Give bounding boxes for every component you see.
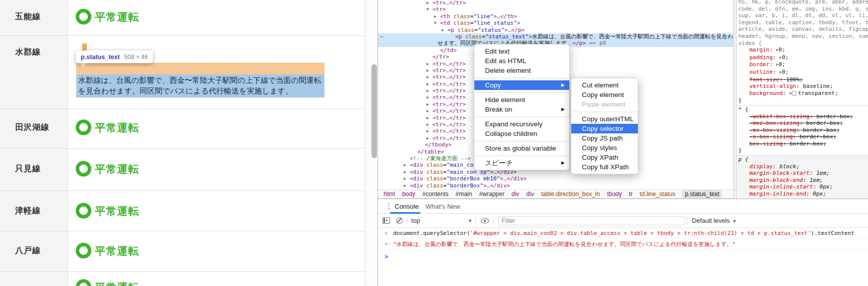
- css-property[interactable]: background: ▶ transparent;: [738, 90, 868, 98]
- css-property[interactable]: margin: ▶ 0;: [738, 46, 868, 54]
- breadcrumb-item[interactable]: html: [384, 190, 395, 198]
- expand-arrow-icon[interactable]: ▶: [426, 61, 429, 67]
- expand-arrow-icon[interactable]: ▶: [404, 169, 406, 175]
- console-filter-input[interactable]: [498, 216, 685, 225]
- expand-value-arrow-icon[interactable]: ▶: [776, 61, 779, 68]
- breadcrumb-item[interactable]: div: [511, 190, 519, 198]
- clear-console-icon[interactable]: [396, 217, 403, 224]
- color-swatch-icon[interactable]: [792, 91, 796, 96]
- expand-arrow-icon[interactable]: ▶: [426, 94, 429, 101]
- submenu-item-copy-xpath[interactable]: Copy XPath: [571, 153, 638, 162]
- expand-value-arrow-icon[interactable]: ▶: [780, 69, 782, 76]
- expand-arrow-icon[interactable]: ▶: [434, 13, 437, 20]
- console-result-entry[interactable]: <· "水郡線は、台風の影響で、西金〜常陸大子駅間の上下線で当面の間運転を見合わ…: [378, 239, 868, 250]
- expand-arrow-icon[interactable]: ▶: [426, 128, 429, 134]
- tree-row[interactable]: ▶<p class="status">…</p>: [378, 27, 733, 33]
- breadcrumb-item[interactable]: #wrapper: [479, 190, 504, 198]
- tree-row[interactable]: ▼<tr>: [378, 6, 733, 13]
- tree-row[interactable]: ▶<div class="borderBox">…</div>: [378, 182, 733, 189]
- console-sidebar-toggle-icon[interactable]: [383, 217, 390, 224]
- menu-item-break-on[interactable]: Break on▶: [474, 105, 569, 114]
- overflow-dots-icon[interactable]: ⋯: [380, 33, 384, 40]
- css-property[interactable]: padding: ▶ 0;: [738, 54, 868, 62]
- css-property[interactable]: display: block;: [738, 163, 868, 170]
- more-options-icon[interactable]: ⋮: [385, 202, 393, 211]
- expand-arrow-icon[interactable]: ▶: [426, 81, 429, 87]
- css-property[interactable]: margin-inline-end: 0px;: [738, 190, 868, 198]
- console-toolbar: top ▼ Default levels▼: [378, 214, 868, 228]
- submenu-item-copy-js-path[interactable]: Copy JS path: [571, 133, 638, 143]
- css-property[interactable]: -o-box-sizing: border-box;: [738, 133, 868, 140]
- submenu-item-copy-selector[interactable]: Copy selector: [571, 124, 638, 133]
- menu-item-delete-element[interactable]: Delete element: [474, 66, 569, 75]
- menu-item-copy[interactable]: Copy▶: [474, 80, 569, 90]
- breadcrumb-item[interactable]: tr: [629, 190, 632, 198]
- execution-context-selector[interactable]: top: [411, 214, 420, 228]
- menu-item-expand-recursively[interactable]: Expand recursively: [474, 119, 569, 129]
- breadcrumb-item[interactable]: p.status_text: [682, 190, 722, 198]
- css-property[interactable]: -moz-box-sizing: border-box;: [738, 120, 868, 127]
- css-property[interactable]: font-size: 100%;: [738, 76, 868, 83]
- menu-item-edit-text[interactable]: Edit text: [474, 46, 569, 56]
- breadcrumb-item[interactable]: tbody: [607, 190, 622, 198]
- live-expression-eye-icon[interactable]: [481, 218, 489, 223]
- expand-value-arrow-icon[interactable]: ▶: [789, 90, 792, 97]
- expand-arrow-icon[interactable]: ▶: [426, 67, 429, 74]
- expand-arrow-icon[interactable]: ▶: [426, 0, 429, 6]
- submenu-item-cut-element[interactable]: Cut element: [571, 80, 638, 90]
- menu-item-collapse-children[interactable]: Collapse children: [474, 129, 569, 138]
- expand-arrow-icon[interactable]: ▶: [442, 27, 444, 33]
- menu-separator: [475, 141, 569, 141]
- expand-arrow-icon[interactable]: ▶: [426, 87, 429, 94]
- page-scrollbar[interactable]: [365, 0, 377, 286]
- css-property[interactable]: margin-block-start: 1em;: [738, 170, 868, 177]
- expand-arrow-icon[interactable]: ▶: [426, 108, 429, 114]
- tree-row[interactable]: ▶<th class="line">…</th>: [378, 13, 733, 20]
- expand-arrow-icon[interactable]: ▶: [426, 74, 429, 80]
- expand-arrow-icon[interactable]: ▶: [404, 175, 406, 182]
- submenu-item-copy-full-xpath[interactable]: Copy full XPath: [571, 162, 638, 172]
- css-property[interactable]: margin-block-end: 1em;: [738, 177, 868, 184]
- css-property[interactable]: border: ▶ 0;: [738, 61, 868, 69]
- submenu-item-copy-styles[interactable]: Copy styles: [571, 143, 638, 153]
- expand-value-arrow-icon[interactable]: ▶: [780, 54, 782, 61]
- tab-console[interactable]: Console: [395, 199, 419, 214]
- console-command-entry[interactable]: > document.querySelector('#wrapper > div…: [378, 228, 868, 239]
- css-property[interactable]: -webkit-box-sizing: border-box;: [738, 113, 868, 120]
- menu-item-スピーチ[interactable]: スピーチ▶: [474, 158, 569, 168]
- menu-item-edit-as-html[interactable]: Edit as HTML: [474, 56, 569, 66]
- expand-arrow-icon[interactable]: ▶: [426, 135, 429, 141]
- submenu-item-copy-outerhtml[interactable]: Copy outerHTML: [571, 114, 638, 124]
- css-property[interactable]: vertical-align: baseline;: [738, 83, 868, 90]
- expand-arrow-icon[interactable]: ▶: [426, 101, 429, 108]
- breadcrumb-item[interactable]: #contents: [422, 190, 449, 198]
- expand-arrow-icon[interactable]: ▶: [426, 121, 429, 128]
- collapse-arrow-icon[interactable]: ▼: [426, 6, 429, 13]
- tree-row[interactable]: ▶<div class="borderBox mb10">…</div>: [378, 175, 733, 182]
- breadcrumb-item[interactable]: #main: [456, 190, 472, 198]
- expand-value-arrow-icon[interactable]: ▶: [776, 46, 779, 54]
- breadcrumb-item[interactable]: td.line_status: [640, 190, 676, 198]
- tree-row[interactable]: ▶<tr>…</tr>: [378, 0, 733, 6]
- css-property[interactable]: box-sizing: border-box;: [738, 140, 868, 148]
- breadcrumb-item[interactable]: table.direction_box_in: [541, 190, 600, 198]
- tree-row[interactable]: ▼<td class="line_status">: [378, 20, 733, 26]
- expand-arrow-icon[interactable]: ▶: [404, 182, 406, 189]
- breadcrumb-item[interactable]: div: [526, 190, 534, 198]
- css-property[interactable]: -ms-box-sizing: border-box;: [738, 127, 868, 134]
- console-prompt[interactable]: >: [378, 250, 868, 260]
- breadcrumb-item[interactable]: body: [402, 190, 415, 198]
- collapse-arrow-icon[interactable]: ▼: [434, 20, 437, 26]
- expand-arrow-icon[interactable]: ▶: [426, 115, 429, 121]
- menu-item-store-as-global-variable[interactable]: Store as global variable: [474, 144, 569, 153]
- menu-item-hide-element[interactable]: Hide element: [474, 95, 569, 105]
- tab-whats-new[interactable]: What's New: [425, 199, 460, 214]
- log-levels-dropdown[interactable]: Default levels▼: [692, 214, 737, 228]
- submenu-item-copy-element[interactable]: Copy element: [571, 90, 638, 100]
- styles-scrollbar[interactable]: [733, 0, 737, 199]
- page-scrollbar-thumb[interactable]: [371, 64, 377, 158]
- css-property[interactable]: margin-inline-start: 0px;: [738, 183, 868, 190]
- css-property[interactable]: outline: ▶ 0;: [738, 69, 868, 76]
- log-levels-label: Default levels: [692, 217, 730, 224]
- expand-arrow-icon[interactable]: ▶: [404, 162, 406, 168]
